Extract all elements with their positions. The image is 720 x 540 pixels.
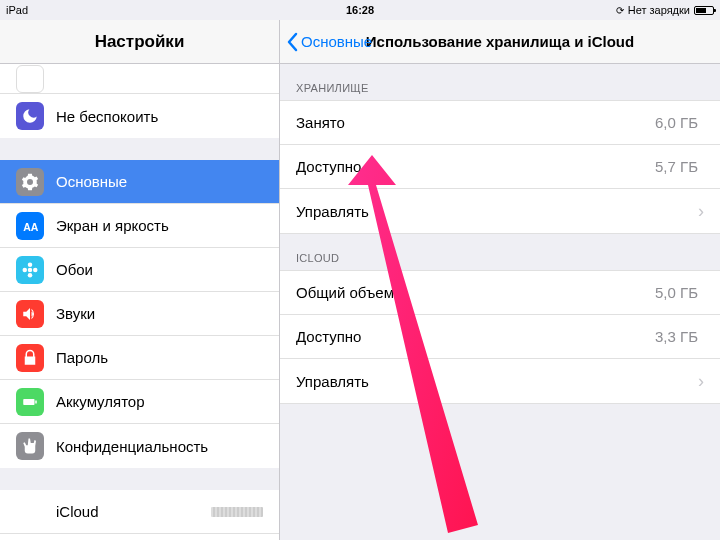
text-size-icon: AA — [16, 212, 44, 240]
charging-label: Нет зарядки — [628, 4, 690, 16]
row-value: 5,0 ГБ — [655, 284, 698, 301]
orientation-lock-icon: ⟳ — [616, 5, 624, 16]
lock-icon — [16, 344, 44, 372]
row-label: Занято — [296, 114, 655, 131]
icloud-account-redacted — [211, 507, 263, 517]
group-header-storage: ХРАНИЛИЩЕ — [280, 64, 720, 100]
svg-rect-7 — [35, 400, 37, 403]
row-value: 6,0 ГБ — [655, 114, 698, 131]
svg-point-1 — [28, 267, 33, 272]
sidebar-item-label: Обои — [56, 261, 263, 278]
sidebar-item-icloud[interactable]: iCloud — [0, 490, 279, 534]
moon-icon — [16, 102, 44, 130]
icloud-total-row[interactable]: Общий объем 5,0 ГБ — [280, 271, 720, 315]
storage-manage-row[interactable]: Управлять › — [280, 189, 720, 233]
battery-icon — [16, 388, 44, 416]
sidebar-item-label: Экран и яркость — [56, 217, 263, 234]
sidebar-item-display[interactable]: AA Экран и яркость — [0, 204, 279, 248]
speaker-icon — [16, 300, 44, 328]
sidebar-item-label: Аккумулятор — [56, 393, 263, 410]
placeholder-icon — [16, 65, 44, 93]
storage-available-row[interactable]: Доступно 5,7 ГБ — [280, 145, 720, 189]
status-bar: iPad 16:28 ⟳ Нет зарядки — [0, 0, 720, 20]
back-button[interactable]: Основные — [286, 32, 372, 52]
sidebar-item-general[interactable]: Основные — [0, 160, 279, 204]
svg-point-2 — [28, 262, 33, 267]
sidebar-item-do-not-disturb[interactable]: Не беспокоить — [0, 94, 279, 138]
row-label: Общий объем — [296, 284, 655, 301]
list-item[interactable] — [0, 64, 279, 94]
sidebar-item-label: Не беспокоить — [56, 108, 263, 125]
row-value: 3,3 ГБ — [655, 328, 698, 345]
status-time: 16:28 — [346, 4, 374, 16]
detail-header: Основные Использование хранилища и iClou… — [280, 20, 720, 64]
row-value: 5,7 ГБ — [655, 158, 698, 175]
sidebar-item-label: Пароль — [56, 349, 263, 366]
sidebar-item-passcode[interactable]: Пароль — [0, 336, 279, 380]
icloud-manage-row[interactable]: Управлять › — [280, 359, 720, 403]
row-label: Управлять — [296, 203, 698, 220]
svg-point-3 — [28, 273, 33, 278]
sidebar-item-appstore[interactable]: App Store, iTunes Store — [0, 534, 279, 540]
svg-text:AA: AA — [23, 220, 39, 232]
flower-icon — [16, 256, 44, 284]
sidebar-item-label: Конфиденциальность — [56, 438, 263, 455]
cloud-icon — [16, 498, 44, 526]
icloud-available-row[interactable]: Доступно 3,3 ГБ — [280, 315, 720, 359]
back-label: Основные — [301, 33, 372, 50]
sidebar-item-battery[interactable]: Аккумулятор — [0, 380, 279, 424]
chevron-left-icon — [286, 32, 298, 52]
sidebar-item-label: iCloud — [56, 503, 211, 520]
svg-point-5 — [33, 267, 38, 272]
group-header-icloud: ICLOUD — [280, 234, 720, 270]
settings-sidebar: Настройки Не беспокоить Основные AA Экра… — [0, 20, 280, 540]
svg-point-4 — [23, 267, 28, 272]
sidebar-item-wallpaper[interactable]: Обои — [0, 248, 279, 292]
sidebar-title: Настройки — [0, 20, 279, 64]
gear-icon — [16, 168, 44, 196]
chevron-right-icon: › — [698, 371, 704, 392]
device-label: iPad — [6, 4, 28, 16]
chevron-right-icon: › — [698, 201, 704, 222]
storage-used-row[interactable]: Занято 6,0 ГБ — [280, 101, 720, 145]
sidebar-item-sounds[interactable]: Звуки — [0, 292, 279, 336]
sidebar-item-label: Основные — [56, 173, 263, 190]
hand-icon — [16, 432, 44, 460]
sidebar-item-privacy[interactable]: Конфиденциальность — [0, 424, 279, 468]
sidebar-item-label: Звуки — [56, 305, 263, 322]
row-label: Доступно — [296, 328, 655, 345]
row-label: Управлять — [296, 373, 698, 390]
battery-icon — [694, 6, 714, 15]
svg-rect-6 — [23, 399, 34, 405]
row-label: Доступно — [296, 158, 655, 175]
detail-pane: Основные Использование хранилища и iClou… — [280, 20, 720, 540]
